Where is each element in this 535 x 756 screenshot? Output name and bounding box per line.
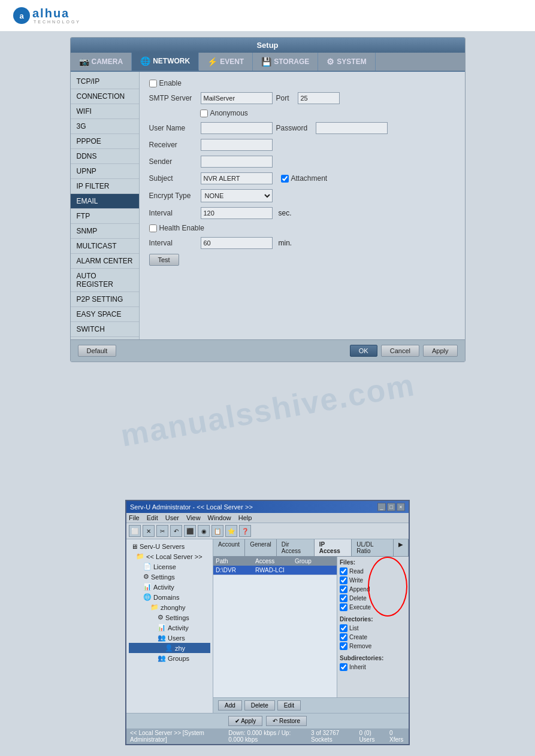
sidebar-item-ddns[interactable]: DDNS: [71, 149, 139, 164]
test-button[interactable]: Test: [149, 254, 179, 266]
attachment-checkbox[interactable]: [281, 175, 289, 183]
ftp-menu-user[interactable]: User: [165, 514, 179, 521]
ftp-tree-settings2[interactable]: ⚙Settings: [129, 612, 210, 623]
password-input[interactable]: [316, 122, 388, 134]
ftp-permissions-panel: Files: Read Write Append: [337, 557, 409, 697]
perm-write-checkbox[interactable]: [340, 576, 347, 584]
tab-event[interactable]: ⚡ EVENT: [199, 53, 253, 71]
encrypt-select[interactable]: NONE SSL TLS: [201, 189, 273, 202]
sidebar-item-wifi[interactable]: WIFI: [71, 104, 139, 119]
ftp-edit-button[interactable]: Edit: [277, 700, 301, 711]
sidebar-item-switch[interactable]: SWITCH: [71, 322, 139, 337]
ftp-tree-root[interactable]: 🖥Serv-U Servers: [129, 542, 210, 551]
default-button[interactable]: Default: [78, 345, 117, 357]
health-interval-input[interactable]: [201, 237, 273, 249]
sidebar-item-upnp[interactable]: UPNP: [71, 164, 139, 179]
sidebar-item-ipfilter[interactable]: IP FILTER: [71, 179, 139, 194]
ftp-tab-diraccess[interactable]: Dir Access: [277, 539, 315, 556]
ftp-menu-view[interactable]: View: [186, 514, 201, 521]
ftp-tab-uldlratio[interactable]: UL/DL Ratio: [352, 539, 394, 556]
perm-execute-checkbox[interactable]: [340, 603, 347, 611]
ftp-tree-settings[interactable]: ⚙Settings: [129, 572, 210, 582]
ftp-menu-edit[interactable]: Edit: [147, 514, 158, 521]
ftp-tree-localserver[interactable]: 📁<< Local Server >>: [129, 551, 210, 561]
ftp-status-xfers: 0 Xfers: [389, 730, 405, 743]
ftp-tree-activity2[interactable]: 📊Activity: [129, 623, 210, 633]
sidebar-item-snmp[interactable]: SNMP: [71, 224, 139, 239]
sender-input[interactable]: [201, 156, 273, 168]
ftp-tool-btn-4[interactable]: ↶: [170, 525, 182, 537]
ftp-tool-btn-9[interactable]: ❓: [239, 525, 251, 537]
perm-read-checkbox[interactable]: [340, 567, 347, 575]
sidebar-item-easyspace[interactable]: EASY SPACE: [71, 307, 139, 322]
sidebar-item-tcpip[interactable]: TCP/IP: [71, 74, 139, 89]
system-icon: ⚙: [327, 57, 334, 66]
sidebar-item-3g[interactable]: 3G: [71, 119, 139, 134]
ftp-minimize-button[interactable]: _: [377, 503, 386, 511]
ftp-tab-more[interactable]: ▶: [394, 539, 409, 556]
interval-input[interactable]: [201, 207, 273, 219]
table-row[interactable]: D:\DVR RWAD-LCI: [213, 566, 337, 575]
sidebar-item-alarmcenter[interactable]: ALARM CENTER: [71, 254, 139, 269]
health-enable-checkbox[interactable]: [149, 224, 157, 232]
ftp-tool-btn-8[interactable]: ⭐: [225, 525, 237, 537]
perm-delete-checkbox[interactable]: [340, 594, 347, 602]
sidebar-item-p2psetting[interactable]: P2P SETTING: [71, 292, 139, 307]
receiver-input[interactable]: [201, 139, 273, 151]
perm-list-checkbox[interactable]: [340, 624, 347, 632]
ftp-tree-zhy[interactable]: 👤zhy: [129, 643, 210, 653]
ftp-maximize-button[interactable]: □: [387, 503, 395, 511]
ftp-tool-btn-6[interactable]: ◉: [198, 525, 210, 537]
ftp-tool-btn-7[interactable]: 📋: [211, 525, 223, 537]
perm-create-checkbox[interactable]: [340, 633, 347, 641]
ftp-add-button[interactable]: Add: [218, 700, 242, 711]
sidebar-item-ftp[interactable]: FTP: [71, 209, 139, 224]
tab-storage[interactable]: 💾 STORAGE: [253, 53, 318, 71]
ftp-tree-groups[interactable]: 👥Groups: [129, 653, 210, 663]
ftp-tree-domains[interactable]: 🌐Domains: [129, 592, 210, 602]
setup-title: Setup: [256, 41, 278, 50]
ftp-tab-ipaccess[interactable]: IP Access: [315, 539, 352, 556]
port-input[interactable]: [298, 92, 340, 104]
ftp-tree-users[interactable]: 👥Users: [129, 633, 210, 643]
receiver-label: Receiver: [149, 141, 197, 149]
ftp-tab-general[interactable]: General: [245, 539, 277, 556]
network-icon: 🌐: [140, 56, 150, 66]
ftp-tool-btn-1[interactable]: ⬜: [129, 525, 141, 537]
enable-checkbox[interactable]: [149, 80, 157, 87]
subject-input[interactable]: [201, 172, 273, 184]
cancel-button[interactable]: Cancel: [381, 345, 419, 357]
ftp-restore-button[interactable]: ↶ Restore: [266, 716, 307, 726]
ftp-tool-btn-5[interactable]: ⬛: [184, 525, 196, 537]
perm-removedir-checkbox[interactable]: [340, 642, 347, 650]
sidebar-item-connection[interactable]: CONNECTION: [71, 89, 139, 104]
apply-button[interactable]: Apply: [423, 345, 458, 357]
perm-append-checkbox[interactable]: [340, 585, 347, 593]
tab-camera[interactable]: 📷 CAMERA: [71, 53, 132, 71]
sidebar-item-multicast[interactable]: MULTICAST: [71, 239, 139, 254]
ftp-apply-button[interactable]: ✔ Apply: [228, 716, 262, 726]
ftp-tab-account[interactable]: Account: [213, 539, 245, 556]
ftp-tool-btn-2[interactable]: ✕: [143, 525, 155, 537]
ftp-menu-file[interactable]: File: [129, 514, 140, 521]
perm-create-label: Create: [349, 634, 367, 640]
ftp-tree-license[interactable]: 📄License: [129, 561, 210, 572]
ftp-tool-btn-3[interactable]: ✂: [156, 525, 168, 537]
ftp-delete-button[interactable]: Delete: [244, 700, 275, 711]
ftp-perm-write: Write: [340, 576, 406, 584]
sidebar-item-pppoe[interactable]: PPPOE: [71, 134, 139, 149]
tab-system[interactable]: ⚙ SYSTEM: [318, 53, 375, 71]
ftp-tree-activity[interactable]: 📊Activity: [129, 582, 210, 592]
ok-button[interactable]: OK: [350, 345, 377, 357]
perm-inherit-checkbox[interactable]: [340, 663, 347, 671]
username-input[interactable]: [201, 122, 273, 134]
anonymous-checkbox[interactable]: [200, 110, 208, 117]
tab-network[interactable]: 🌐 NETWORK: [132, 53, 199, 71]
ftp-menu-window[interactable]: Window: [208, 514, 231, 521]
ftp-close-button[interactable]: ×: [397, 503, 405, 511]
smtp-server-input[interactable]: [201, 92, 273, 104]
ftp-menu-help[interactable]: Help: [238, 514, 252, 521]
ftp-tree-zhonghy[interactable]: 📁zhonghy: [129, 602, 210, 612]
sidebar-item-email[interactable]: EMAIL: [71, 194, 139, 209]
sidebar-item-autoregister[interactable]: AUTO REGISTER: [71, 269, 139, 292]
